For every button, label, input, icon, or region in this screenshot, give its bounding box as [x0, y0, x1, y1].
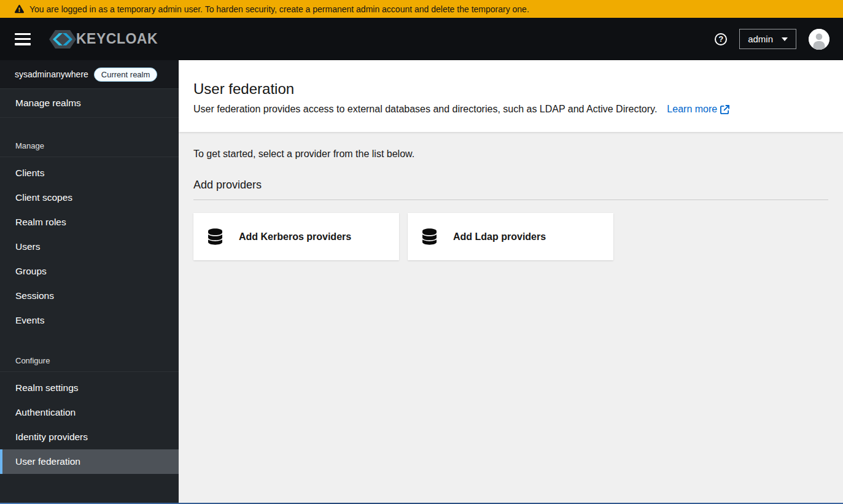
sidebar-item-clients[interactable]: Clients: [0, 161, 179, 185]
learn-more-link[interactable]: Learn more: [667, 104, 729, 115]
sidebar-item-users[interactable]: Users: [0, 235, 179, 259]
sidebar-item-label: User federation: [15, 456, 80, 467]
card-label: Add Ldap providers: [453, 231, 546, 242]
sidebar-item-authentication[interactable]: Authentication: [0, 400, 179, 425]
page-header: User federation User federation provides…: [179, 60, 843, 132]
intro-text: To get started, select a provider from t…: [193, 149, 828, 160]
keycloak-logo-icon: [47, 26, 79, 53]
sidebar-nav: sysadminanywhere Current realm Manage re…: [0, 60, 179, 504]
external-link-icon: [720, 105, 729, 114]
username-label: admin: [748, 34, 773, 44]
sidebar-item-client-scopes[interactable]: Client scopes: [0, 185, 179, 210]
current-realm-badge: Current realm: [94, 68, 157, 82]
brand-text: KEYCLOAK: [76, 31, 158, 47]
add-providers-heading: Add providers: [193, 179, 828, 200]
chevron-down-icon: [782, 37, 788, 41]
masthead: KEYCLOAK ? admin: [0, 18, 843, 60]
sidebar-item-label: Manage realms: [15, 98, 81, 109]
page-description: User federation provides access to exter…: [193, 104, 657, 115]
sidebar-item-user-federation[interactable]: User federation: [0, 449, 179, 474]
sidebar-item-label: Clients: [15, 168, 44, 179]
realm-switcher[interactable]: sysadminanywhere Current realm: [0, 60, 179, 89]
database-icon: [422, 228, 437, 245]
hamburger-menu-icon[interactable]: [15, 33, 31, 45]
sidebar-item-events[interactable]: Events: [0, 308, 179, 333]
sidebar-item-sessions[interactable]: Sessions: [0, 284, 179, 308]
current-realm-name: sysadminanywhere: [15, 69, 88, 79]
sidebar-item-manage-realms[interactable]: Manage realms: [0, 89, 179, 117]
sidebar-item-label: Sessions: [15, 290, 54, 301]
help-icon[interactable]: ?: [715, 33, 727, 45]
sidebar-section-configure: Configure: [0, 333, 179, 371]
page-body: To get started, select a provider from t…: [179, 132, 843, 277]
avatar[interactable]: [809, 29, 829, 50]
sidebar-item-label: Events: [15, 315, 44, 326]
sidebar-item-label: Authentication: [15, 407, 76, 418]
add-kerberos-providers-card[interactable]: Add Kerberos providers: [193, 213, 399, 260]
sidebar-item-label: Client scopes: [15, 192, 72, 203]
main-content: User federation User federation provides…: [179, 60, 843, 504]
add-ldap-providers-card[interactable]: Add Ldap providers: [408, 213, 613, 260]
sidebar-item-label: Realm roles: [15, 217, 66, 228]
sidebar-item-realm-settings[interactable]: Realm settings: [0, 376, 179, 400]
keycloak-logo[interactable]: KEYCLOAK: [47, 26, 158, 53]
banner-message: You are logged in as a temporary admin u…: [29, 4, 529, 14]
temporary-admin-warning-banner: You are logged in as a temporary admin u…: [0, 0, 843, 18]
provider-cards-row: Add Kerberos providers Add Ldap provider…: [193, 213, 828, 260]
learn-more-label: Learn more: [667, 104, 717, 115]
sidebar-item-label: Realm settings: [15, 382, 79, 394]
sidebar-item-identity-providers[interactable]: Identity providers: [0, 425, 179, 449]
user-menu-dropdown[interactable]: admin: [739, 29, 796, 49]
sidebar-section-manage: Manage: [0, 118, 179, 157]
sidebar-item-label: Groups: [15, 266, 47, 277]
sidebar-item-label: Identity providers: [15, 432, 88, 443]
card-label: Add Kerberos providers: [239, 231, 351, 242]
sidebar-item-realm-roles[interactable]: Realm roles: [0, 210, 179, 235]
warning-triangle-icon: [15, 4, 24, 14]
sidebar-item-label: Users: [15, 241, 40, 252]
database-icon: [208, 228, 222, 245]
sidebar-item-groups[interactable]: Groups: [0, 259, 179, 284]
page-title: User federation: [193, 80, 828, 98]
